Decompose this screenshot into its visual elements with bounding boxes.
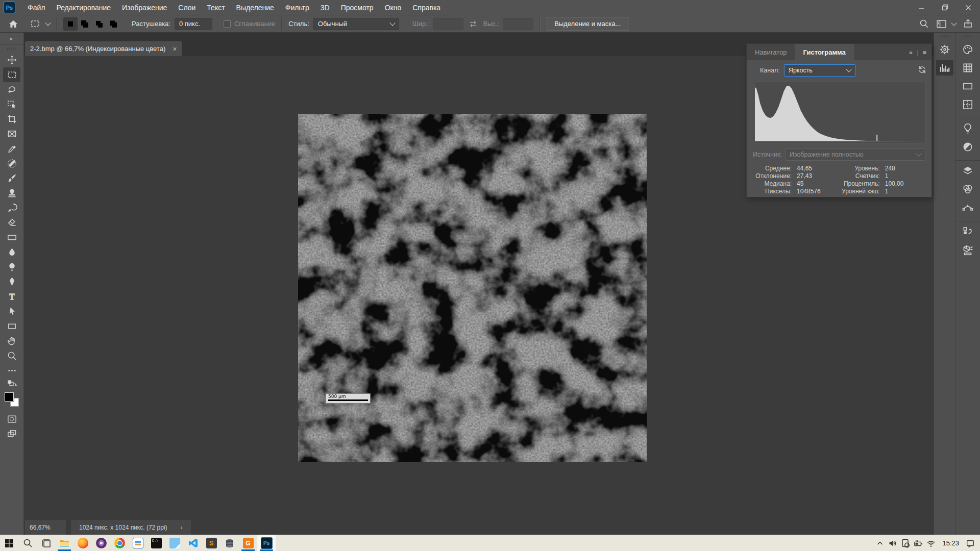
tool-type[interactable]: T [3, 289, 20, 304]
color-panel-icon[interactable] [959, 42, 976, 57]
tab-navigator[interactable]: Навигатор [747, 44, 795, 60]
refresh-histogram-icon[interactable] [918, 65, 926, 76]
select-and-mask-button[interactable]: Выделение и маска... [547, 17, 628, 31]
tool-rectangle-shape[interactable] [3, 319, 20, 334]
adjustments-panel-icon[interactable] [959, 139, 976, 155]
toolbar-grip[interactable] [6, 47, 17, 51]
tray-app-status-icon[interactable] [901, 539, 910, 548]
channels-panel-icon[interactable] [959, 182, 976, 197]
learn-panel-icon[interactable] [959, 121, 976, 136]
tool-zoom[interactable] [3, 348, 20, 363]
new-selection-mode[interactable] [63, 17, 78, 31]
task-view-button[interactable] [37, 535, 55, 551]
status-zoom-field[interactable]: 66,67% [25, 520, 66, 535]
taskbar-chrome[interactable] [110, 535, 129, 551]
tool-history-brush[interactable] [3, 201, 20, 215]
workspace-switcher-icon[interactable] [936, 19, 956, 29]
taskbar-database-app[interactable] [220, 535, 239, 551]
tab-histogram[interactable]: Гистограмма [795, 44, 853, 60]
swatches-panel-icon[interactable] [959, 60, 976, 76]
menu-help[interactable]: Справка [412, 4, 440, 12]
feather-input[interactable] [175, 18, 212, 30]
dock-grip[interactable] [939, 35, 950, 38]
navigator-panel-icon[interactable] [936, 42, 953, 57]
tool-lasso[interactable] [3, 82, 20, 97]
gradients-panel-icon[interactable] [959, 79, 976, 94]
history-panel-icon[interactable] [959, 224, 976, 239]
taskbar-search-button[interactable] [18, 535, 37, 551]
edit-toolbar-ellipsis[interactable] [3, 363, 20, 378]
tool-dodge[interactable] [3, 260, 20, 274]
close-button[interactable] [957, 0, 980, 15]
taskbar-photoshop[interactable]: Ps [257, 535, 276, 551]
foreground-background-colors[interactable] [5, 392, 19, 407]
intersect-selection-mode[interactable] [106, 17, 120, 31]
tool-rectangular-marquee[interactable] [3, 67, 20, 82]
menu-image[interactable]: Изображение [122, 4, 167, 12]
share-icon[interactable] [963, 19, 973, 29]
taskbar-blue-window-app[interactable] [165, 535, 184, 551]
menu-filter[interactable]: Фильтр [285, 4, 309, 12]
tool-spot-healing[interactable] [3, 156, 20, 171]
taskbar-firefox[interactable] [74, 535, 92, 551]
notification-center-icon[interactable] [966, 539, 975, 548]
tool-path-selection[interactable] [3, 304, 20, 319]
taskbar-tor-browser[interactable] [92, 535, 110, 551]
taskbar-vscode[interactable] [184, 535, 202, 551]
screen-mode-toggle[interactable] [3, 427, 20, 441]
toolbar-expand-toggle[interactable]: » [0, 33, 23, 45]
menu-edit[interactable]: Редактирование [56, 4, 111, 12]
subtract-selection-mode[interactable] [92, 17, 106, 31]
tool-crop[interactable] [3, 112, 20, 127]
tool-brush[interactable] [3, 171, 20, 186]
volume-icon[interactable] [888, 539, 897, 548]
menu-type[interactable]: Текст [207, 4, 225, 12]
taskbar-g-app[interactable]: G [239, 535, 257, 551]
taskbar-sublime-text[interactable]: S [202, 535, 220, 551]
battery-charging-icon[interactable] [914, 539, 923, 548]
panel-collapse-icon[interactable]: » [909, 48, 913, 56]
menu-file[interactable]: Файл [28, 4, 45, 12]
menu-select[interactable]: Выделение [236, 4, 274, 12]
channel-dropdown[interactable]: Яркость [784, 64, 855, 77]
wifi-icon[interactable] [926, 539, 936, 548]
dock-grip[interactable] [962, 35, 973, 38]
tool-pen[interactable] [3, 274, 20, 289]
histogram-panel-icon[interactable] [936, 60, 953, 76]
menu-window[interactable]: Окно [385, 4, 402, 12]
start-button[interactable] [0, 535, 18, 551]
patterns-panel-icon[interactable] [959, 97, 976, 112]
antialias-checkbox[interactable] [224, 20, 231, 28]
status-info[interactable]: 1024 пикс. x 1024 пикс. (72 ppi) › [71, 520, 191, 535]
taskbar-clock[interactable]: 15:23 [942, 539, 959, 547]
tab-close-icon[interactable]: × [173, 45, 177, 53]
document-tab[interactable]: 2-2.bmp @ 66,7% (Индексированные цвета) … [25, 41, 182, 56]
tool-frame[interactable] [3, 127, 20, 141]
tool-eyedropper[interactable] [3, 141, 20, 156]
tool-object-selection[interactable] [3, 97, 20, 112]
quick-mask-toggle[interactable] [3, 412, 20, 427]
minimize-button[interactable] [910, 0, 933, 15]
paths-panel-icon[interactable] [959, 200, 976, 215]
taskbar-presentation-app[interactable] [129, 535, 147, 551]
tool-move[interactable] [3, 53, 20, 67]
menu-view[interactable]: Просмотр [341, 4, 374, 12]
status-chevron-icon[interactable]: › [181, 524, 183, 531]
add-selection-mode[interactable] [78, 17, 92, 31]
menu-3d[interactable]: 3D [321, 4, 330, 12]
taskbar-file-explorer[interactable] [55, 535, 74, 551]
home-icon[interactable] [8, 19, 18, 29]
search-icon[interactable] [919, 19, 929, 29]
tool-hand[interactable] [3, 334, 20, 348]
tool-clone-stamp[interactable] [3, 186, 20, 201]
tool-preset-icon[interactable] [30, 18, 50, 30]
taskbar-command-prompt[interactable]: C:\ [147, 535, 165, 551]
tool-gradient[interactable] [3, 230, 20, 245]
properties-panel-icon[interactable] [959, 242, 976, 258]
default-swap-colors-icon[interactable] [3, 378, 20, 390]
layers-panel-icon[interactable] [959, 163, 976, 179]
tray-chevron-icon[interactable] [875, 539, 885, 548]
foreground-color-swatch[interactable] [5, 392, 14, 402]
tool-eraser[interactable] [3, 215, 20, 230]
style-dropdown[interactable]: Обычный [313, 18, 399, 30]
